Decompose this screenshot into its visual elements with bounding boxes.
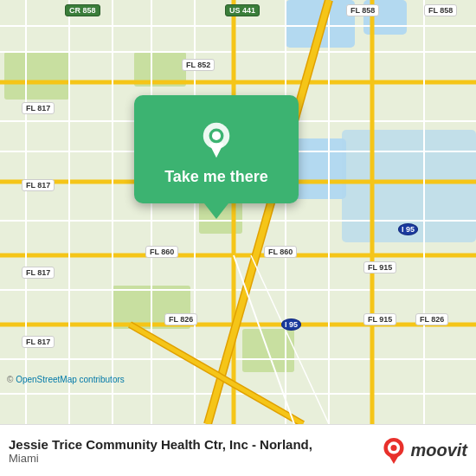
road-label-us441: US 441	[225, 4, 260, 16]
road-label-fl817d: FL 817	[22, 336, 55, 348]
road-label-fl817a: FL 817	[22, 102, 55, 114]
svg-rect-5	[4, 52, 69, 100]
bottom-bar: Jessie Trice Community Health Ctr, Inc -…	[0, 424, 476, 476]
map: CR 858 FL 852 US 441 FL 858 FL 858 FL 81…	[0, 0, 476, 424]
place-name: Jessie Trice Community Health Ctr, Inc -…	[9, 437, 312, 452]
road-label-fl915a: FL 915	[363, 261, 396, 273]
road-label-fl817b: FL 817	[22, 179, 55, 191]
road-label-i95a: I 95	[398, 223, 418, 235]
svg-marker-45	[389, 454, 399, 464]
map-attribution: © OpenStreetMap contributors	[7, 375, 125, 384]
road-label-fl858ne: FL 858	[424, 4, 457, 16]
road-label-fl826a: FL 826	[164, 313, 197, 325]
moovit-pin-icon	[382, 437, 406, 465]
road-label-fl826b: FL 826	[415, 313, 448, 325]
moovit-text: moovit	[410, 441, 467, 460]
svg-point-40	[212, 132, 221, 140]
road-label-fl860a: FL 860	[145, 246, 178, 258]
svg-marker-41	[209, 143, 224, 158]
road-label-fl852: FL 852	[182, 59, 215, 71]
place-city: Miami	[9, 452, 312, 465]
take-me-there-label: Take me there	[164, 168, 268, 186]
road-label-i95b: I 95	[281, 318, 301, 331]
road-label-fl915b: FL 915	[363, 313, 396, 325]
navigation-tooltip[interactable]: Take me there	[134, 95, 299, 219]
road-label-fl860b: FL 860	[264, 246, 297, 258]
location-pin-icon	[197, 121, 235, 159]
svg-rect-3	[294, 138, 346, 199]
place-info: Jessie Trice Community Health Ctr, Inc -…	[9, 437, 312, 465]
tooltip-pointer	[204, 203, 228, 219]
road-label-fl817c: FL 817	[22, 267, 55, 279]
road-label-cr858: CR 858	[65, 4, 100, 16]
svg-point-44	[391, 444, 397, 450]
moovit-logo: moovit	[382, 437, 467, 465]
road-label-fl858e: FL 858	[346, 4, 379, 16]
